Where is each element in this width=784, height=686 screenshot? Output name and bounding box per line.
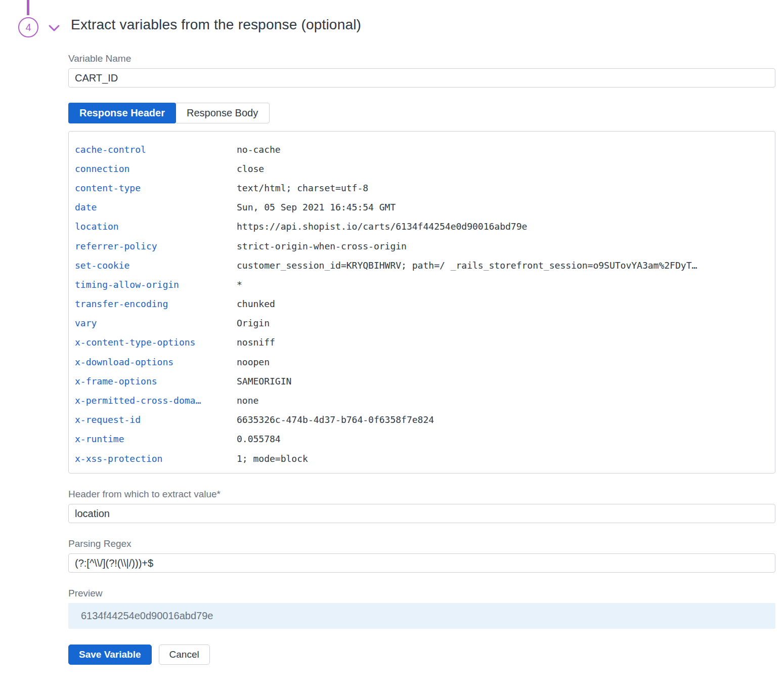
header-key[interactable]: x-request-id xyxy=(75,414,237,425)
header-row: content-typetext/html; charset=utf-8 xyxy=(75,178,769,197)
header-value: Origin xyxy=(237,318,270,328)
header-value: strict-origin-when-cross-origin xyxy=(237,241,407,251)
header-key[interactable]: cache-control xyxy=(75,144,237,155)
extract-variables-form: Variable Name Response Header Response B… xyxy=(68,53,775,665)
header-row: dateSun, 05 Sep 2021 16:45:54 GMT xyxy=(75,198,769,217)
header-key[interactable]: vary xyxy=(75,318,237,328)
header-value: nosniff xyxy=(237,337,275,348)
chevron-down-icon[interactable] xyxy=(48,22,61,34)
header-row: varyOrigin xyxy=(75,314,769,333)
header-row: x-frame-optionsSAMEORIGIN xyxy=(75,371,769,391)
header-extract-label: Header from which to extract value* xyxy=(68,489,775,500)
header-key[interactable]: location xyxy=(75,221,237,232)
header-value: no-cache xyxy=(237,144,281,155)
header-value: SAMEORIGIN xyxy=(237,376,291,387)
header-value: https://api.shopist.io/carts/6134f44254e… xyxy=(237,221,527,232)
header-value: close xyxy=(237,163,264,174)
parsing-regex-field[interactable] xyxy=(68,553,775,573)
step-number: 4 xyxy=(25,22,31,33)
preview-box: 6134f44254e0d90016abd79e xyxy=(68,603,775,629)
header-row: x-request-id6635326c-474b-4d37-b764-0f63… xyxy=(75,410,769,430)
response-headers-panel: cache-controlno-cacheconnectionclosecont… xyxy=(68,131,775,474)
tab-response-body[interactable]: Response Body xyxy=(175,103,270,123)
header-row: x-content-type-optionsnosniff xyxy=(75,333,769,352)
preview-value: 6134f44254e0d90016abd79e xyxy=(81,610,213,622)
header-row: connectionclose xyxy=(75,159,769,178)
header-key[interactable]: x-frame-options xyxy=(75,376,237,387)
parsing-regex-label: Parsing Regex xyxy=(68,538,775,549)
variable-name-label: Variable Name xyxy=(68,53,775,64)
header-row: x-xss-protection1; mode=block xyxy=(75,449,769,468)
header-row: timing-allow-origin* xyxy=(75,275,769,294)
header-key[interactable]: x-permitted-cross-doma… xyxy=(75,395,237,406)
section-title: Extract variables from the response (opt… xyxy=(71,17,361,33)
header-row: cache-controlno-cache xyxy=(75,140,769,159)
header-value: text/html; charset=utf-8 xyxy=(237,183,368,193)
header-value: * xyxy=(237,279,242,290)
save-variable-button[interactable]: Save Variable xyxy=(68,645,152,665)
header-value: 6635326c-474b-4d37-b764-0f6358f7e824 xyxy=(237,414,434,425)
header-row: set-cookiecustomer_session_id=KRYQBIHWRV… xyxy=(75,255,769,275)
header-key[interactable]: transfer-encoding xyxy=(75,298,237,309)
header-key[interactable]: x-download-options xyxy=(75,357,237,367)
cancel-button[interactable]: Cancel xyxy=(159,645,210,665)
header-value: 1; mode=block xyxy=(237,453,308,464)
header-row: locationhttps://api.shopist.io/carts/613… xyxy=(75,217,769,236)
tab-response-header[interactable]: Response Header xyxy=(68,103,176,123)
header-key[interactable]: x-runtime xyxy=(75,434,237,444)
header-value: 0.055784 xyxy=(237,434,281,444)
response-source-tabs: Response Header Response Body xyxy=(68,103,775,123)
variable-name-field[interactable] xyxy=(68,68,775,88)
header-value: chunked xyxy=(237,298,275,309)
header-row: referrer-policystrict-origin-when-cross-… xyxy=(75,236,769,255)
header-key[interactable]: x-content-type-options xyxy=(75,337,237,348)
header-key[interactable]: date xyxy=(75,202,237,212)
preview-label: Preview xyxy=(68,588,775,599)
header-row: x-runtime0.055784 xyxy=(75,430,769,449)
header-value: none xyxy=(237,395,258,406)
header-value: customer_session_id=KRYQBIHWRV; path=/ _… xyxy=(237,260,697,271)
form-actions: Save Variable Cancel xyxy=(68,645,775,665)
header-key[interactable]: set-cookie xyxy=(75,260,237,271)
header-key[interactable]: timing-allow-origin xyxy=(75,279,237,290)
header-key[interactable]: referrer-policy xyxy=(75,241,237,251)
header-extract-field[interactable] xyxy=(68,504,775,523)
header-key[interactable]: x-xss-protection xyxy=(75,453,237,464)
header-key[interactable]: connection xyxy=(75,163,237,174)
step-number-badge: 4 xyxy=(18,17,38,37)
header-row: x-permitted-cross-doma…none xyxy=(75,391,769,410)
header-key[interactable]: content-type xyxy=(75,183,237,193)
step-connector-line xyxy=(27,0,29,15)
header-value: noopen xyxy=(237,357,270,367)
header-row: x-download-optionsnoopen xyxy=(75,352,769,371)
header-row: transfer-encodingchunked xyxy=(75,294,769,314)
header-value: Sun, 05 Sep 2021 16:45:54 GMT xyxy=(237,202,396,212)
